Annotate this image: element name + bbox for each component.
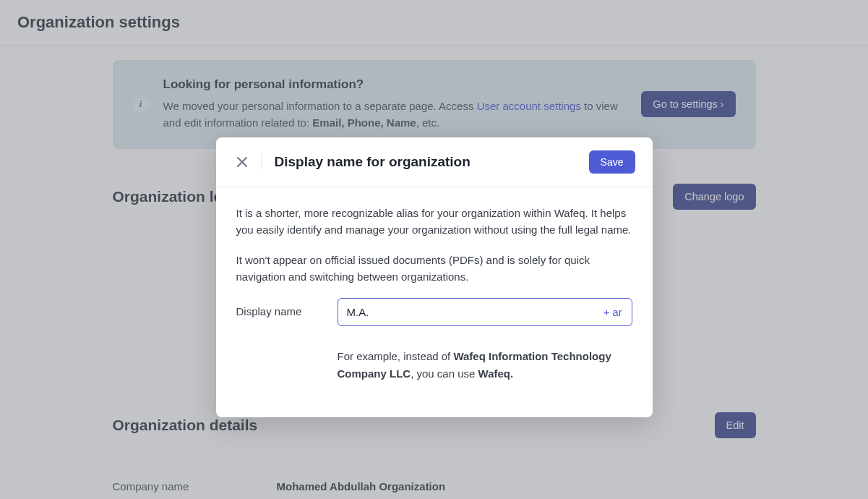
- helper-mid: , you can use: [411, 367, 478, 380]
- display-name-field-wrap: + ar For example, instead of Wafeq Infor…: [338, 298, 632, 383]
- helper-text: For example, instead of Wafeq Informatio…: [338, 348, 632, 383]
- close-icon: [236, 156, 248, 168]
- input-wrap: + ar: [338, 298, 632, 326]
- helper-bold-2: Wafeq.: [478, 367, 514, 380]
- helper-prefix: For example, instead of: [338, 350, 454, 362]
- display-name-row: Display name + ar For example, instead o…: [236, 298, 632, 383]
- display-name-label: Display name: [236, 298, 338, 317]
- save-button[interactable]: Save: [589, 150, 635, 174]
- display-name-modal: Display name for organization Save It is…: [216, 137, 653, 417]
- modal-header: Display name for organization Save: [216, 137, 653, 187]
- header-divider: [261, 154, 262, 170]
- display-name-input[interactable]: [338, 298, 632, 326]
- modal-title: Display name for organization: [275, 154, 589, 170]
- modal-description-2: It won't appear on official issued docum…: [236, 252, 632, 286]
- modal-description-1: It is a shorter, more recognizable alias…: [236, 205, 632, 239]
- close-button[interactable]: [233, 153, 251, 171]
- modal-body: It is a shorter, more recognizable alias…: [216, 187, 653, 417]
- add-arabic-button[interactable]: + ar: [601, 305, 624, 320]
